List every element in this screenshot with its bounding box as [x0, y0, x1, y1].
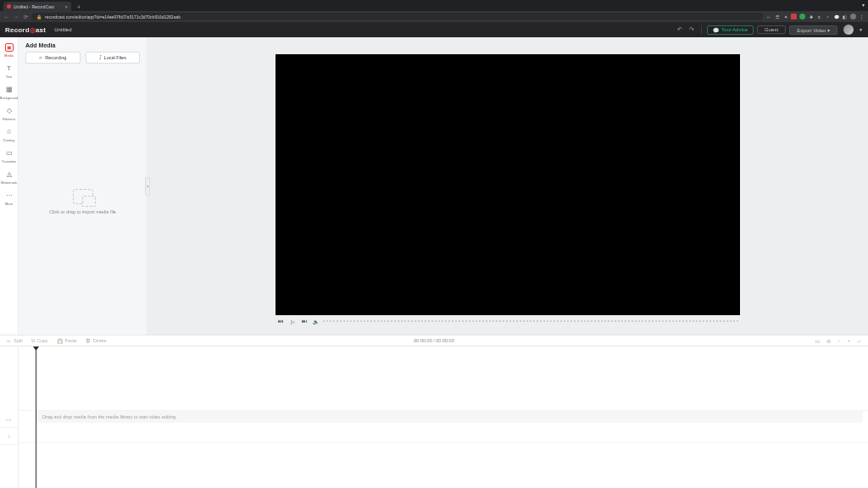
video-canvas[interactable]: [275, 54, 740, 315]
forward-icon[interactable]: →: [13, 14, 19, 19]
app-logo[interactable]: Record◎ast: [5, 26, 46, 34]
logo-target-icon: ◎: [30, 26, 36, 34]
tour-advice-button[interactable]: 💬 Tour Advice: [707, 25, 754, 35]
sidebar-item-transition[interactable]: ▭ Transition: [0, 147, 18, 166]
ext-icon[interactable]: ↔: [765, 14, 771, 19]
zoom-in-icon[interactable]: +: [847, 338, 850, 343]
sidebar-item-text[interactable]: T Text: [0, 62, 18, 81]
media-dropzone[interactable]: Click or drag to import media file: [19, 69, 147, 335]
main-editor-row: ▣ Media T Text ▦ Background ◇ Element ☆ …: [0, 37, 868, 335]
video-track-head-icon[interactable]: ▭: [0, 411, 18, 428]
guest-button[interactable]: Guest: [757, 25, 786, 34]
text-icon: T: [5, 64, 14, 73]
preview-area: ⏮ ▷ ⏭ 🔈: [147, 37, 868, 335]
export-button[interactable]: Export Video ▾: [789, 25, 837, 35]
overlay-icon: ☆: [5, 128, 14, 136]
sidebar-item-label: Overlay: [3, 138, 15, 142]
background-icon: ▦: [5, 86, 14, 94]
media-icon: ▣: [5, 43, 14, 52]
reload-icon[interactable]: ⟳: [22, 14, 29, 19]
scissors-icon: ✂: [7, 338, 11, 344]
ext-icon[interactable]: ≡: [816, 14, 822, 19]
window-minimize-icon[interactable]: ▾: [862, 2, 865, 8]
ext-icon[interactable]: ✚: [808, 14, 814, 19]
copy-icon: ⧉: [31, 338, 35, 344]
user-avatar[interactable]: [843, 25, 854, 35]
panel-title: Add Media: [19, 37, 147, 52]
ext-icon[interactable]: ¹: [825, 14, 831, 19]
transition-icon: ▭: [5, 149, 14, 158]
fit-icon[interactable]: ⊟: [815, 338, 820, 344]
project-title[interactable]: Untitled: [54, 27, 71, 32]
track-lane-empty[interactable]: [19, 347, 868, 411]
sidebar-item-label: Background: [0, 96, 18, 100]
volume-icon[interactable]: 🔈: [313, 319, 318, 324]
sidebar-item-media[interactable]: ▣ Media: [0, 41, 18, 60]
tab-title: Untitled - RecordCast: [14, 4, 62, 9]
sidebar-item-label: More: [5, 202, 13, 206]
address-bar[interactable]: 🔒 recordcast.com/editor/app?id=e14ae97fb…: [31, 13, 763, 20]
watermark-icon: ◬: [5, 170, 14, 179]
sidebar-item-label: Media: [4, 53, 14, 58]
ext-icon[interactable]: ☰: [774, 14, 780, 19]
profile-avatar-icon[interactable]: [850, 14, 856, 19]
ext-icon[interactable]: 💬: [833, 14, 839, 19]
scrubber[interactable]: [323, 320, 738, 322]
tab-favicon: [7, 4, 11, 8]
copy-tool[interactable]: ⧉Copy: [31, 338, 48, 344]
upload-icon: ⤴: [99, 55, 102, 60]
sidebar-item-overlay[interactable]: ☆ Overlay: [0, 125, 18, 145]
timeline-toolbar: ✂Split ⧉Copy 📋Paste 🗑Delete 00:00:00 / 0…: [0, 335, 868, 347]
local-files-button[interactable]: ⤴ Local Files: [86, 52, 141, 64]
expand-icon[interactable]: ⤢: [857, 338, 861, 344]
playhead[interactable]: [36, 347, 36, 488]
timeline: ▭ ♪ Drag and drop media from the media l…: [0, 347, 868, 488]
panel-collapse-handle[interactable]: ◂: [145, 177, 150, 196]
track-header-column: ▭ ♪: [0, 347, 19, 488]
audio-track-head-icon[interactable]: ♪: [0, 428, 18, 445]
delete-tool[interactable]: 🗑Delete: [86, 338, 107, 343]
dropzone-text: Click or drag to import media file: [49, 209, 116, 214]
close-icon[interactable]: ×: [64, 4, 68, 9]
track-head-spacer: [0, 347, 18, 411]
sidebar-item-label: Watermark: [1, 180, 17, 185]
track-lane-audio[interactable]: [19, 426, 868, 443]
sidebar-item-background[interactable]: ▦ Background: [0, 83, 18, 103]
lock-icon: 🔒: [36, 14, 42, 19]
back-icon[interactable]: ←: [3, 14, 10, 19]
split-tool[interactable]: ✂Split: [7, 338, 23, 344]
ext-icon[interactable]: ◧: [842, 14, 848, 19]
browser-tab[interactable]: Untitled - RecordCast ×: [3, 2, 71, 11]
ext-icon[interactable]: [791, 14, 797, 19]
paste-icon: 📋: [57, 338, 63, 344]
sidebar-item-element[interactable]: ◇ Element: [0, 104, 18, 124]
media-panel: Add Media ⌾ Recording ⤴ Local Files Clic…: [19, 37, 147, 335]
sidebar-item-watermark[interactable]: ◬ Watermark: [0, 168, 18, 187]
recording-button[interactable]: ⌾ Recording: [25, 52, 81, 64]
new-tab-button[interactable]: +: [75, 3, 83, 11]
timeline-hint: Drag and drop media from the media libra…: [36, 411, 863, 423]
extension-icons: ↔ ☰ ✦ ✚ ≡ ¹ 💬 ◧ ⋮: [765, 14, 865, 19]
target-icon: ⌾: [39, 55, 42, 60]
undo-icon[interactable]: ↶: [676, 26, 684, 33]
app-header: Record◎ast Untitled ↶ ↷ 💬 Tour Advice Gu…: [0, 22, 868, 37]
sidebar-item-label: Text: [6, 75, 12, 79]
next-frame-icon[interactable]: ⏭: [301, 319, 308, 324]
sidebar-item-more[interactable]: ⋯ More: [0, 189, 18, 208]
element-icon: ◇: [5, 107, 14, 115]
ext-icon[interactable]: ✦: [782, 14, 788, 19]
play-icon[interactable]: ▷: [289, 319, 296, 324]
zoom-out-icon[interactable]: −: [837, 338, 841, 343]
divider: [701, 25, 702, 34]
tracks-area[interactable]: Drag and drop media from the media libra…: [19, 347, 868, 488]
gear-icon[interactable]: ⚙: [826, 338, 831, 344]
transport-bar: ⏮ ▷ ⏭ 🔈: [275, 315, 740, 327]
url-text: recordcast.com/editor/app?id=e14ae97fb07…: [45, 14, 181, 19]
paste-tool[interactable]: 📋Paste: [57, 338, 77, 344]
ext-icon[interactable]: [799, 14, 805, 19]
redo-icon[interactable]: ↷: [687, 26, 696, 33]
sidebar-item-label: Transition: [2, 159, 16, 164]
prev-frame-icon[interactable]: ⏮: [277, 319, 284, 324]
chevron-down-icon[interactable]: ▼: [859, 27, 863, 32]
kebab-icon[interactable]: ⋮: [859, 14, 865, 19]
